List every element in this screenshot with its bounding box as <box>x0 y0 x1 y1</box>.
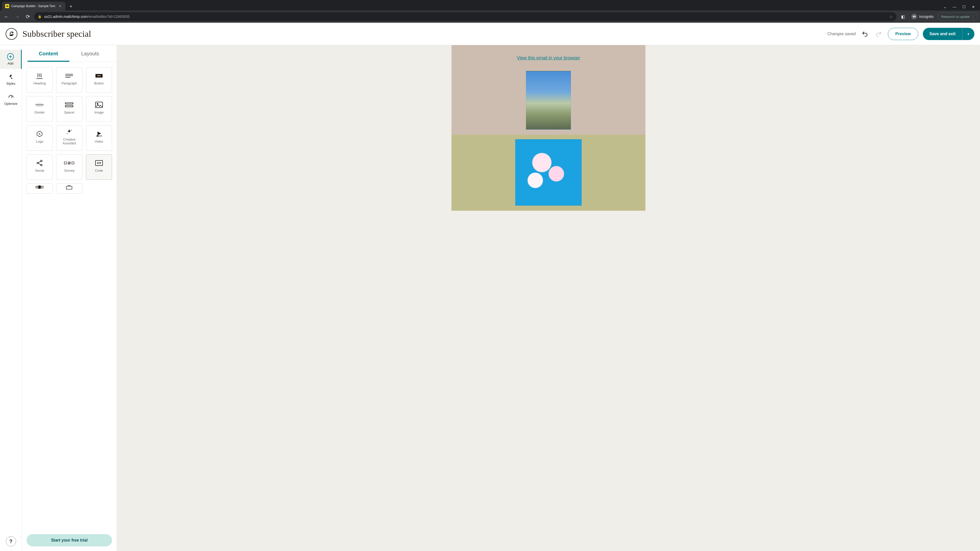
svg-rect-33 <box>66 186 72 189</box>
email-body[interactable]: View this email in your browser <box>452 45 646 211</box>
block-partial-1[interactable] <box>27 183 52 194</box>
preview-button[interactable]: Preview <box>888 28 918 40</box>
svg-rect-28 <box>72 162 74 164</box>
drag-handle-icon: ⋮⋮⋮⋮ <box>33 88 46 91</box>
app-root: Subbscriber special Changes saved Previe… <box>0 23 980 551</box>
svg-point-17 <box>67 133 68 134</box>
email-canvas[interactable]: View this email in your browser <box>117 45 980 551</box>
new-tab-button[interactable]: ＋ <box>67 3 75 10</box>
view-in-browser-link[interactable]: View this email in your browser <box>517 56 580 61</box>
drag-handle-icon: ⋮⋮⋮⋮ <box>93 175 105 178</box>
briefcase-icon <box>64 185 74 189</box>
rail-styles[interactable]: Styles <box>0 70 22 89</box>
svg-rect-31 <box>38 186 41 189</box>
window-close-icon[interactable]: ✕ <box>972 5 975 9</box>
rail-optimize[interactable]: Optimize <box>0 90 22 109</box>
block-heading[interactable]: Hi Heading ⋮⋮⋮⋮ <box>27 67 52 93</box>
block-image[interactable]: Image ⋮⋮⋮⋮ <box>86 96 112 122</box>
svg-line-25 <box>38 163 41 165</box>
bookmark-star-icon[interactable]: ☆ <box>889 14 893 19</box>
workspace: + Add Styles Optimize ? Content Layout <box>0 45 980 551</box>
email-image-2[interactable] <box>515 139 582 206</box>
svg-rect-7 <box>37 103 43 104</box>
button-icon <box>94 72 104 79</box>
email-section-header[interactable]: View this email in your browser <box>452 45 646 135</box>
gauge-icon <box>8 94 14 100</box>
tab-search-icon[interactable]: ⌄ <box>943 5 947 9</box>
block-divider[interactable]: Divider ⋮⋮⋮⋮ <box>27 96 52 122</box>
browser-tab-strip: ✉ Campaign Builder - Sample Tem ✕ ＋ ⌄ ― … <box>0 0 980 11</box>
tab-title: Campaign Builder - Sample Tem <box>11 4 56 8</box>
drag-handle-icon: ⋮⋮⋮⋮ <box>93 88 105 91</box>
block-code[interactable]: Code ⋮⋮⋮⋮ <box>86 154 112 180</box>
svg-point-16 <box>71 130 72 130</box>
incognito-indicator[interactable]: 🕶 Incognito <box>909 14 935 19</box>
drag-handle-icon: ⋮⋮⋮⋮ <box>33 146 46 149</box>
survey-icon <box>64 159 74 167</box>
tab-content[interactable]: Content <box>27 45 69 62</box>
nav-reload-button[interactable]: ⟳ <box>24 12 32 21</box>
tab-close-icon[interactable]: ✕ <box>58 4 62 8</box>
email-image-1[interactable] <box>526 71 571 130</box>
window-maximize-icon[interactable]: ☐ <box>963 5 966 9</box>
svg-marker-18 <box>97 132 101 135</box>
styles-icon <box>8 73 14 80</box>
trial-banner: Start your free trial <box>22 531 117 551</box>
drag-handle-icon: ⋮⋮⋮⋮ <box>33 175 46 178</box>
window-minimize-icon[interactable]: ― <box>953 5 956 9</box>
undo-button[interactable] <box>860 29 870 38</box>
window-controls: ⌄ ― ☐ ✕ <box>943 5 980 11</box>
block-video[interactable]: Video ⋮⋮⋮⋮ <box>86 125 112 151</box>
block-partial-2[interactable] <box>56 183 82 194</box>
rail-add[interactable]: + Add <box>0 50 22 69</box>
svg-line-24 <box>38 161 41 162</box>
block-logo[interactable]: A Logo ⋮⋮⋮⋮ <box>27 125 52 151</box>
blocks-list[interactable]: Hi Heading ⋮⋮⋮⋮ Paragraph ⋮⋮⋮⋮ <box>22 62 117 551</box>
email-section-body[interactable] <box>452 135 646 211</box>
help-button[interactable]: ? <box>6 536 16 546</box>
share-icon <box>35 159 45 167</box>
svg-rect-8 <box>35 105 44 105</box>
panel-tabs: Content Layouts <box>22 45 117 62</box>
left-rail: + Add Styles Optimize ? <box>0 45 22 551</box>
lock-icon: 🔒 <box>38 15 41 18</box>
tab-layouts[interactable]: Layouts <box>69 45 111 62</box>
side-panel-icon[interactable]: ◧ <box>899 12 907 21</box>
drag-handle-icon: ⋮⋮⋮⋮ <box>93 117 105 120</box>
block-survey[interactable]: Survey ⋮⋮⋮⋮ <box>56 154 82 180</box>
address-bar[interactable]: 🔒 us21.admin.mailchimp.com/email/editor?… <box>34 12 897 21</box>
block-spacer[interactable]: Spacer ⋮⋮⋮⋮ <box>56 96 82 122</box>
redo-button <box>874 29 883 38</box>
relaunch-to-update-button[interactable]: Relaunch to update ⋮ <box>938 13 978 21</box>
svg-point-0 <box>10 33 11 34</box>
kebab-icon: ⋮ <box>971 15 975 19</box>
drag-handle-icon: ⋮⋮⋮⋮ <box>33 117 46 120</box>
campaign-title[interactable]: Subbscriber special <box>22 29 91 39</box>
drag-handle-icon: ⋮⋮⋮⋮ <box>93 146 105 149</box>
block-social[interactable]: Social ⋮⋮⋮⋮ <box>27 154 52 180</box>
browser-tab[interactable]: ✉ Campaign Builder - Sample Tem ✕ <box>2 2 65 11</box>
svg-rect-6 <box>97 76 101 76</box>
block-button[interactable]: Button ⋮⋮⋮⋮ <box>86 67 112 93</box>
save-dropdown-button[interactable]: ▾ <box>962 28 974 40</box>
url-text: us21.admin.mailchimp.com/email/editor?id… <box>44 14 887 19</box>
svg-point-22 <box>41 160 42 162</box>
side-panel: Content Layouts Hi Heading ⋮⋮⋮⋮ <box>22 45 117 551</box>
drag-handle-icon: ⋮⋮⋮⋮ <box>63 117 75 120</box>
start-free-trial-button[interactable]: Start your free trial <box>27 534 112 546</box>
nav-forward-button: → <box>13 12 21 21</box>
save-and-exit-button[interactable]: Save and exit <box>923 28 962 40</box>
save-and-exit-group: Save and exit ▾ <box>923 28 974 40</box>
svg-point-23 <box>41 164 42 166</box>
block-paragraph[interactable]: Paragraph ⋮⋮⋮⋮ <box>56 67 82 93</box>
svg-rect-12 <box>95 102 103 108</box>
paragraph-icon <box>64 72 74 79</box>
drag-handle-icon: ⋮⋮⋮⋮ <box>63 175 75 178</box>
svg-rect-10 <box>65 103 73 104</box>
mailchimp-favicon: ✉ <box>5 4 9 8</box>
sparkle-icon <box>64 128 74 136</box>
save-status: Changes saved <box>827 32 856 36</box>
nav-back-button[interactable]: ← <box>2 12 11 21</box>
mailchimp-logo[interactable] <box>6 28 18 40</box>
block-creative-assistant[interactable]: Creative Assistant ⋮⋮⋮⋮ <box>56 125 82 151</box>
